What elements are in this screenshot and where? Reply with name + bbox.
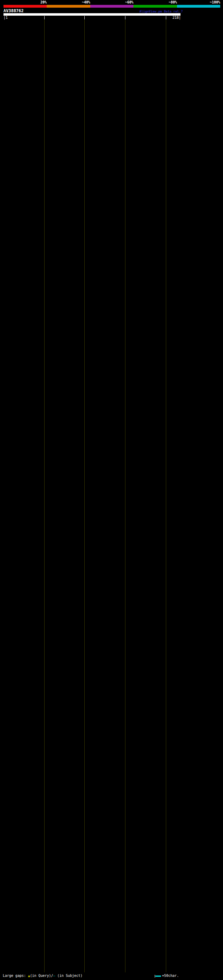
legend-label-100: ~100%	[210, 0, 220, 4]
gap-legend-middle: (in Query)/	[30, 974, 53, 978]
legend-segment-purple	[90, 5, 133, 8]
scale-note: =50char.	[162, 974, 179, 978]
legend-label-60: ~60%	[125, 0, 133, 4]
scale-bar-icon	[156, 975, 161, 977]
gap-legend-suffix: (in Subject)	[55, 974, 83, 978]
score-legend-colorbar	[3, 5, 220, 8]
hit-rows	[0, 20, 223, 973]
legend-segment-green	[133, 5, 176, 8]
ruler-end-label: 218|	[172, 16, 181, 19]
app-title: AlignView.pm Beta rel.7	[140, 10, 183, 13]
legend-label-40: ~40%	[82, 0, 90, 4]
ruler-tick	[166, 16, 166, 19]
legend-segment-orange	[47, 5, 90, 8]
gap-legend: Large gaps: ▲(in Query)/— (in Subject)	[3, 974, 83, 978]
legend-segment-cyan	[177, 5, 220, 8]
ruler-start-label: |1	[3, 16, 8, 19]
gap-legend-prefix: Large gaps:	[3, 974, 28, 978]
query-ruler: |1 218|	[0, 16, 223, 20]
ruler-tick	[84, 16, 85, 19]
query-name: AV388762	[3, 8, 24, 13]
query-sequence-bar	[3, 13, 180, 16]
blast-alignview-screen: 20% ~40% ~60% ~80% ~100% AV388762 AlignV…	[0, 0, 223, 980]
legend-label-80: ~80%	[168, 0, 177, 4]
ruler-tick	[125, 16, 125, 19]
scale-tick	[155, 975, 155, 978]
score-legend-labels: 20% ~40% ~60% ~80% ~100%	[0, 0, 223, 5]
ruler-tick	[44, 16, 45, 19]
legend-segment-red	[3, 5, 47, 8]
legend-label-20: 20%	[40, 0, 47, 4]
